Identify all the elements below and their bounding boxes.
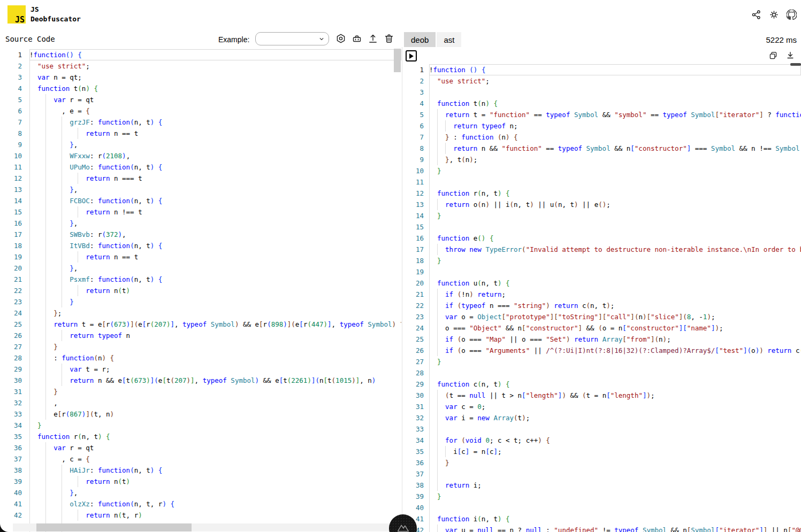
code-line: 14}: [402, 210, 801, 221]
code-line: 21if (!n) return;: [402, 289, 801, 300]
code-line: 42var u = null == n ? null : "undefined"…: [402, 525, 801, 532]
line-number: 6: [402, 120, 429, 132]
app-logo-text: JS: [15, 16, 26, 24]
code-line: 37: [402, 468, 801, 480]
code-line: 11: [402, 176, 801, 188]
code-line: 13return o(n) || i(n, t) || u(n, t) || e…: [402, 199, 801, 210]
line-number: 24: [0, 307, 29, 319]
code-line: 39}: [402, 491, 801, 502]
line-number: 40: [0, 487, 29, 498]
line-number: 22: [402, 300, 429, 311]
code-line: 27}: [402, 356, 801, 367]
code-line: 17SWBvb: r(372),: [0, 229, 401, 240]
line-number: 5: [0, 94, 29, 105]
code-line: 36}: [402, 457, 801, 468]
code-line: 15: [402, 221, 801, 233]
code-line: 33e[r(867)](t, n): [0, 408, 401, 420]
play-icon: [409, 53, 414, 59]
code-line: 10}: [402, 165, 801, 176]
code-line: 23var o = Object["prototype"]["toString"…: [402, 311, 801, 322]
code-line: 32var i = new Array(t);: [402, 412, 801, 423]
line-number: 13: [402, 199, 429, 210]
code-line: 1!function() {: [0, 49, 401, 60]
line-number: 3: [402, 87, 429, 98]
code-line: 33: [402, 423, 801, 435]
code-line: 5var r = qt: [0, 94, 401, 105]
code-line: 40},: [0, 487, 401, 498]
code-line: 40: [402, 502, 801, 513]
code-line: 25if (o === "Map" || o === "Set") return…: [402, 334, 801, 345]
output-toolbar: [768, 50, 796, 60]
code-line: 31var c = 0;: [402, 401, 801, 412]
download-icon[interactable]: [785, 50, 796, 60]
clean-icon[interactable]: [352, 33, 362, 43]
line-number: 16: [0, 218, 29, 229]
line-number: 35: [402, 446, 429, 457]
tab-ast[interactable]: ast: [437, 32, 461, 47]
code-line: 42return n(t, r): [0, 510, 401, 521]
upload-icon[interactable]: [368, 33, 378, 43]
line-number: 28: [402, 367, 429, 379]
line-number: 25: [402, 334, 429, 345]
line-number: 18: [402, 255, 429, 266]
timing-badge: 5222 ms: [766, 35, 797, 44]
line-number: 33: [402, 423, 429, 435]
line-number: 34: [0, 420, 29, 431]
chevron-down-icon: [318, 35, 325, 43]
code-line: 38HAiJr: function(n, t) {: [0, 465, 401, 476]
line-number: 23: [402, 311, 429, 322]
line-number: 27: [402, 356, 429, 367]
line-number: 15: [0, 206, 29, 218]
line-number: 11: [402, 176, 429, 188]
code-line: 7} : function (n) {: [402, 132, 801, 143]
trash-icon[interactable]: [384, 33, 394, 43]
example-select[interactable]: [255, 32, 329, 45]
share-icon[interactable]: [751, 10, 761, 20]
source-vscrollbar-thumb[interactable]: [394, 49, 401, 72]
output-editor[interactable]: 1!function () {2"use strict";3 4function…: [402, 63, 801, 532]
code-line: 41olzXz: function(n, t, r) {: [0, 498, 401, 510]
output-vscrollbar-thumb[interactable]: [790, 63, 801, 66]
copy-icon[interactable]: [768, 50, 779, 60]
source-editor[interactable]: 1!function() {2"use strict";3var n = qt;…: [0, 48, 401, 532]
code-line: 35function r(n, t) {: [0, 431, 401, 442]
code-line: 20},: [0, 263, 401, 274]
code-line: 31}: [0, 386, 401, 397]
source-hscrollbar-thumb[interactable]: [36, 523, 192, 531]
code-line: 30return n && e[t(673)](e[t(207)], typeo…: [0, 375, 401, 386]
code-line: 26if (o === "Arguments" || /^(?:Ui|I)nt(…: [402, 345, 801, 356]
line-number: 5: [402, 109, 429, 120]
settings-icon[interactable]: [335, 33, 346, 43]
line-number: 21: [402, 289, 429, 300]
code-line: 4function t(n) {: [0, 83, 401, 94]
line-number: 26: [0, 330, 29, 341]
code-line: 9}, t(n);: [402, 154, 801, 165]
source-toolbar: [335, 33, 394, 43]
github-icon[interactable]: [787, 10, 797, 20]
code-line: 8return n == t: [0, 128, 401, 139]
app-title-line2: Deobfuscator: [30, 14, 81, 24]
line-number: 12: [402, 188, 429, 199]
line-number: 15: [402, 221, 429, 233]
brightness-icon[interactable]: [769, 10, 779, 20]
line-number: 1: [0, 49, 29, 60]
code-line: 41function i(n, t) {: [402, 513, 801, 525]
code-line: 11UPuMo: function(n, t) {: [0, 161, 401, 173]
code-line: 29function c(n, t) {: [402, 379, 801, 390]
line-number: 37: [402, 468, 429, 480]
code-line: 25return t = e[r(673)](e[r(207)], typeof…: [0, 319, 401, 330]
line-number: 23: [0, 296, 29, 307]
code-line: 19: [402, 266, 801, 277]
line-number: 39: [0, 476, 29, 487]
code-line: 24o === "Object" && n["constructor"] && …: [402, 322, 801, 334]
code-line: 2"use strict";: [402, 75, 801, 87]
run-button[interactable]: [406, 50, 417, 61]
code-line: 15return n !== t: [0, 206, 401, 218]
code-line: 34}: [0, 420, 401, 431]
code-line: 6, e = {: [0, 105, 401, 117]
line-number: 8: [0, 128, 29, 139]
line-number: 4: [0, 83, 29, 94]
line-number: 24: [402, 322, 429, 334]
tab-deob[interactable]: deob: [404, 32, 436, 47]
code-line: 27}: [0, 341, 401, 352]
